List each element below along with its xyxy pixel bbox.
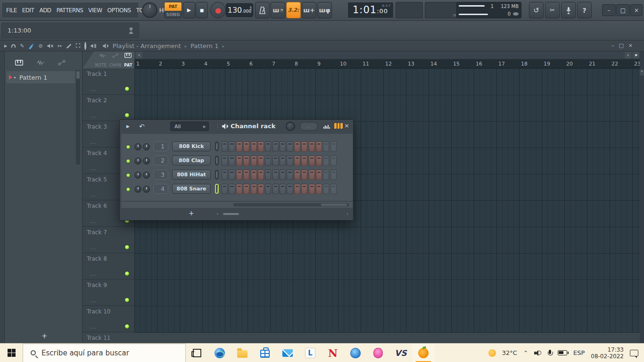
- channel-name-button[interactable]: 808 Snare: [172, 184, 211, 194]
- track-header-10[interactable]: Track 10...: [83, 306, 134, 332]
- typing-to-piano-button[interactable]: ↺: [529, 2, 544, 18]
- channel-pan-knob[interactable]: [134, 172, 141, 179]
- picker-tab-pattern-icon[interactable]: [15, 60, 23, 66]
- channel-enable-led[interactable]: [126, 159, 131, 164]
- breadcrumb-root[interactable]: Playlist - Arrangement: [113, 42, 181, 49]
- step-8[interactable]: [272, 170, 279, 180]
- track-name[interactable]: Track 3: [87, 123, 107, 130]
- step-11[interactable]: [294, 141, 300, 152]
- channel-mute-selected[interactable]: [215, 184, 219, 194]
- channel-name-button[interactable]: 808 HiHat: [172, 170, 211, 180]
- ruler-bar-22[interactable]: 22: [611, 61, 618, 67]
- step-14[interactable]: [316, 170, 322, 180]
- volume-icon[interactable]: [534, 350, 542, 356]
- step-13[interactable]: [309, 170, 315, 180]
- help-button[interactable]: ?: [577, 2, 592, 18]
- step-9[interactable]: [280, 170, 286, 180]
- track-name[interactable]: Track 1: [87, 71, 107, 77]
- step-4[interactable]: [243, 156, 249, 166]
- ruler-bar-8[interactable]: 8: [295, 61, 298, 67]
- time-display[interactable]: 1:01:00 B:S:T: [347, 2, 394, 18]
- step-13[interactable]: [309, 141, 315, 152]
- taskbar-vs-app[interactable]: VS: [389, 344, 412, 362]
- menu-item-file[interactable]: FILE: [6, 7, 17, 14]
- step-8[interactable]: [272, 141, 279, 152]
- step-2[interactable]: [229, 184, 235, 194]
- track-name[interactable]: Track 4: [87, 150, 107, 156]
- taskbar-app-blue[interactable]: [344, 344, 367, 362]
- scroll-right-icon[interactable]: ›: [625, 52, 631, 58]
- taskbar-mail[interactable]: [276, 344, 299, 362]
- playlist-titlebar[interactable]: ▶ ✎ ⊘ ↔ Playlist - Arrangement ▸: [0, 41, 644, 51]
- step-11[interactable]: [294, 184, 300, 194]
- language-label[interactable]: ESP: [573, 349, 585, 356]
- song-mode-label[interactable]: SONG: [165, 11, 182, 18]
- step-4[interactable]: [243, 184, 249, 194]
- step-3[interactable]: [236, 184, 242, 194]
- menu-item-options[interactable]: OPTIONS: [107, 7, 131, 14]
- channel-volume-knob[interactable]: [143, 143, 150, 150]
- step-5[interactable]: [251, 141, 257, 152]
- wait-for-input-button[interactable]: ш◔: [271, 2, 285, 18]
- track-name[interactable]: Track 10: [87, 308, 110, 315]
- step-13[interactable]: [309, 184, 315, 194]
- step-10[interactable]: [287, 184, 293, 194]
- step-4[interactable]: [243, 141, 249, 152]
- step-9[interactable]: [280, 156, 286, 166]
- step-1[interactable]: [222, 184, 228, 194]
- tray-mic-icon[interactable]: [548, 350, 552, 355]
- track-header-9[interactable]: Track 9...: [83, 280, 134, 306]
- ruler-bar-17[interactable]: 17: [498, 61, 505, 67]
- pat-song-switch[interactable]: PAT SONG: [164, 2, 182, 18]
- track-options[interactable]: ...: [90, 271, 97, 277]
- picker-tab-audio-icon[interactable]: [36, 60, 45, 66]
- ruler-bar-12[interactable]: 12: [385, 61, 392, 67]
- rack-display[interactable]: ...: [300, 122, 318, 131]
- ruler-bar-6[interactable]: 6: [249, 61, 253, 67]
- channel-pan-knob[interactable]: [134, 157, 141, 165]
- taskbar-edge[interactable]: [208, 344, 231, 362]
- metronome-button[interactable]: [255, 2, 270, 18]
- step-2[interactable]: [229, 141, 235, 152]
- blend-recording-button[interactable]: шφ: [317, 2, 332, 18]
- step-6[interactable]: [258, 170, 264, 180]
- playlist-mode-tab[interactable]: NOTE CHAN PAT: [83, 51, 134, 68]
- track-name[interactable]: Track 8: [87, 255, 107, 262]
- step-16[interactable]: [330, 170, 337, 180]
- playlist-hscroll[interactable]: ‹ › ▪: [134, 51, 640, 59]
- battery-icon[interactable]: [558, 350, 567, 355]
- track-options[interactable]: ...: [90, 86, 97, 92]
- ruler-bar-9[interactable]: 9: [317, 61, 321, 67]
- step-7[interactable]: [265, 156, 271, 166]
- channel-mute[interactable]: [215, 156, 219, 165]
- tab-pat-label[interactable]: PAT: [124, 63, 132, 67]
- track-header-1[interactable]: Track 1...: [83, 68, 134, 95]
- tempo-display[interactable]: 130.000 ▲▼: [226, 3, 253, 17]
- app-minimize-button[interactable]: –: [602, 4, 616, 16]
- track-options[interactable]: ...: [90, 218, 97, 224]
- rack-hscrollbar[interactable]: ‹›: [216, 212, 348, 216]
- scroll-up-icon[interactable]: ⌃: [640, 69, 644, 75]
- channel-mute[interactable]: [215, 141, 219, 151]
- slice-tool-icon[interactable]: [66, 43, 72, 49]
- taskbar-file-explorer[interactable]: [231, 344, 254, 362]
- ruler-bar-1[interactable]: 1: [136, 61, 140, 67]
- tab-chan-label[interactable]: CHAN: [109, 63, 121, 67]
- channel-volume-knob[interactable]: [143, 172, 150, 179]
- track-header-8[interactable]: Track 8...: [83, 253, 134, 280]
- step-2[interactable]: [229, 156, 235, 166]
- step-15[interactable]: [323, 156, 329, 166]
- taskbar-fl-studio[interactable]: [412, 344, 435, 362]
- add-channel-button[interactable]: +: [189, 209, 194, 217]
- pat-mode-label[interactable]: PAT: [165, 2, 182, 11]
- step-2[interactable]: [229, 170, 235, 180]
- app-maximize-button[interactable]: □: [616, 4, 630, 16]
- stop-button[interactable]: ■: [196, 2, 208, 18]
- channel-volume-knob[interactable]: [143, 157, 150, 165]
- channel-number[interactable]: 3: [153, 170, 168, 180]
- step-6[interactable]: [258, 184, 264, 194]
- step-3[interactable]: [236, 141, 242, 152]
- picker-tab-automation-icon[interactable]: [58, 60, 66, 66]
- timeline-ruler[interactable]: 1234567891011121314151617181920212223: [134, 59, 640, 68]
- step-1[interactable]: [222, 141, 228, 152]
